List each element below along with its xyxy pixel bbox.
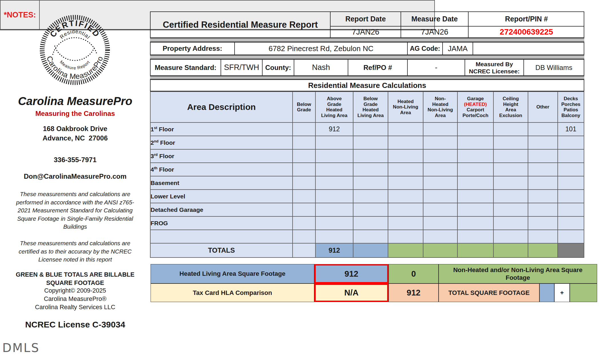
column-header: BelowGradeHeatedLiving Area — [353, 92, 388, 122]
row-label-text: Floor — [159, 139, 175, 146]
column-header-line: Living Area — [316, 113, 353, 118]
area-value-cell — [558, 149, 584, 163]
measure-standard-row: Measure Standard: SFR/TWH County: Nash R… — [150, 59, 584, 76]
area-value-cell — [388, 230, 423, 243]
area-value-cell — [388, 163, 423, 176]
section-title: Residential Measure Calculations — [150, 79, 584, 91]
column-header-line: Balcony — [558, 113, 584, 118]
area-value-cell — [423, 216, 457, 230]
measured-by-label-line2: NCREC Licensee: — [469, 68, 519, 75]
table-row: Basement — [150, 176, 584, 190]
property-address-value: 6782 Pinecrest Rd, Zebulon NC — [234, 42, 407, 55]
column-header-line: Ceiling — [494, 96, 528, 102]
column-header-line: Above — [316, 96, 353, 102]
measure-standard-label: Measure Standard: — [150, 59, 221, 76]
area-value-cell — [528, 122, 558, 136]
area-value-cell — [528, 190, 558, 203]
area-value-cell — [493, 163, 528, 176]
area-value-cell — [493, 176, 528, 190]
column-header-line: Non- — [423, 96, 457, 102]
area-value-cell — [353, 176, 388, 190]
area-value-cell — [293, 190, 315, 203]
row-label-ordinal: rd — [154, 152, 158, 157]
area-value-cell — [353, 136, 388, 149]
area-value-cell — [493, 136, 528, 149]
empty-cell — [473, 42, 584, 55]
area-value-cell — [528, 176, 558, 190]
area-value-cell — [423, 149, 457, 163]
column-header-line: Heated — [316, 107, 353, 113]
table-row — [150, 230, 584, 243]
seal-text-certified: CERTIFIED — [48, 19, 102, 39]
tax-card-label: Tax Card HLA Comparison — [151, 283, 314, 302]
table-row: Lower Level — [150, 190, 584, 203]
area-value-cell — [493, 216, 528, 230]
area-value-cell — [293, 216, 315, 230]
totals-value-cell — [493, 243, 528, 258]
area-value-cell — [315, 163, 353, 176]
totals-value-cell — [353, 243, 388, 258]
measure-calculations-table: Area DescriptionBelowGradeAboveGradeHeat… — [150, 91, 584, 258]
area-value-cell — [353, 203, 388, 216]
table-row: 4th Floor — [150, 163, 584, 176]
area-value-cell — [388, 216, 423, 230]
area-value-cell — [315, 216, 353, 230]
report-header-table: Certified Residential Measure Report Rep… — [150, 11, 584, 38]
area-value-cell — [493, 203, 528, 216]
row-label-ordinal: st — [154, 126, 157, 130]
totals-value-cell: 912 — [315, 243, 353, 258]
area-row-label: Detached Garaage — [150, 203, 293, 216]
report-page: CERTIFIED Residential Measure Report Car… — [0, 0, 600, 364]
row-label-text: Floor — [158, 153, 174, 159]
area-value-cell — [528, 203, 558, 216]
totals-value-cell — [457, 243, 493, 258]
separator-band — [150, 76, 584, 79]
column-header-line: Carport — [458, 107, 493, 113]
report-date-value: 7JAN26 — [330, 26, 401, 37]
totals-value-cell — [423, 243, 457, 258]
area-value-cell — [423, 136, 457, 149]
column-header: HeatedNon-LivingArea — [388, 92, 423, 122]
area-value-cell — [528, 149, 558, 163]
area-value-cell — [457, 230, 493, 243]
column-header-line: Garage — [458, 96, 493, 102]
pin-value: 272400639225 — [468, 26, 584, 37]
table-header-row: Area DescriptionBelowGradeAboveGradeHeat… — [150, 92, 584, 122]
measure-standard-value: SFR/TWH — [221, 59, 262, 76]
row-label-text: Lower Level — [151, 193, 185, 200]
legend-blue-cell — [539, 283, 554, 302]
table-row: FROG — [150, 216, 584, 230]
measured-by-label: Measured By NCREC Licensee: — [465, 59, 523, 76]
area-value-cell — [353, 149, 388, 163]
county-value: Nash — [294, 59, 348, 76]
totals-label: TOTALS — [150, 243, 293, 258]
area-value-cell — [558, 136, 584, 149]
column-header: BelowGrade — [293, 92, 315, 122]
row-label-text: Detached Garaage — [151, 206, 203, 213]
column-header: Non-HeatedNon-LivingArea — [423, 92, 457, 122]
row-label-ordinal: nd — [154, 139, 159, 143]
area-value-cell — [528, 216, 558, 230]
table-row: Detached Garaage — [150, 203, 584, 216]
row-label-text: Floor — [157, 126, 174, 132]
measured-by-value: DB Williams — [523, 59, 584, 76]
area-value-cell — [315, 190, 353, 203]
county-label: County: — [262, 59, 294, 76]
area-value-cell — [388, 203, 423, 216]
table-row: 2nd Floor — [150, 136, 584, 149]
company-phone: 336-355-7971 — [11, 156, 139, 164]
certification-seal: CERTIFIED Residential Measure Report Car… — [38, 13, 112, 87]
measured-by-label-line1: Measured By — [476, 61, 513, 67]
totals-value-cell — [558, 243, 584, 258]
area-value-cell — [293, 149, 315, 163]
total-sqft-label: TOTAL SQUARE FOOTAGE — [439, 283, 539, 302]
column-header-line: Below — [353, 96, 388, 102]
measure-date-label: Measure Date — [401, 11, 468, 26]
area-value-cell — [528, 230, 558, 243]
company-address: 168 Oakbrook Drive Advance, NC 27006 — [11, 124, 139, 143]
column-header-line: (HEATED) — [458, 102, 493, 107]
area-value-cell — [353, 230, 388, 243]
plus-sign: + — [554, 283, 570, 302]
separator-band — [150, 38, 584, 42]
area-value-cell — [388, 136, 423, 149]
